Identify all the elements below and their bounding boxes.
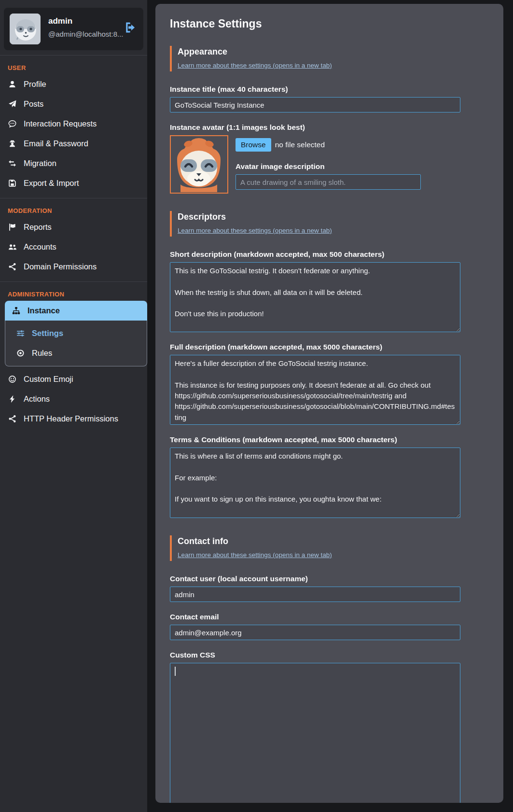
sidebar-item-label: Profile — [24, 80, 46, 89]
divider — [0, 198, 147, 198]
bolt-icon — [8, 395, 17, 403]
sidebar-item-label: Email & Password — [24, 139, 88, 148]
sloth-avatar-gray — [10, 14, 41, 44]
full-description-label: Full description (markdown accepted, max… — [170, 343, 460, 351]
divider — [0, 55, 147, 56]
sidebar-item-label: Reports — [24, 223, 52, 232]
sidebar-item-instance-settings[interactable]: Settings — [5, 323, 147, 343]
sitemap-icon — [12, 307, 21, 315]
sidebar-item-label: Actions — [24, 394, 50, 404]
section-title-contact: Contact info — [178, 536, 460, 546]
sidebar-section-moderation-label: MODERATION — [0, 203, 147, 217]
user-name: admin — [48, 16, 124, 26]
user-card: admin @admin@localhost:8... — [4, 8, 143, 50]
contact-email-label: Contact email — [170, 613, 460, 621]
sidebar-item-label: Interaction Requests — [24, 119, 97, 128]
logout-button[interactable] — [124, 21, 137, 34]
flag-icon — [8, 223, 17, 231]
instance-title-input[interactable] — [170, 97, 460, 112]
sidebar-section-administration-label: ADMINISTRATION — [0, 287, 147, 301]
instance-nav-group: Instance Settings Rules — [5, 301, 147, 366]
sign-out-icon — [124, 21, 137, 34]
sidebar-item-reports[interactable]: Reports — [0, 217, 147, 237]
contact-user-input[interactable] — [170, 587, 460, 602]
sidebar-item-instance-rules[interactable]: Rules — [5, 343, 147, 363]
sidebar-item-export-import[interactable]: Export & Import — [0, 173, 147, 193]
custom-css-textarea[interactable] — [170, 663, 460, 803]
sidebar-item-profile[interactable]: Profile — [0, 74, 147, 94]
sidebar-item-label: Instance — [28, 306, 60, 315]
sliders-icon — [16, 329, 25, 337]
sidebar-item-actions[interactable]: Actions — [0, 389, 147, 409]
users-icon — [8, 243, 17, 251]
sidebar-item-email-password[interactable]: Email & Password — [0, 134, 147, 154]
comment-dots-icon — [8, 120, 17, 128]
full-description-field: Full description (markdown accepted, max… — [170, 343, 460, 425]
sidebar-item-label: Migration — [24, 159, 56, 168]
sidebar-item-label: HTTP Header Permissions — [24, 414, 118, 423]
paper-plane-icon — [8, 100, 17, 108]
terms-textarea[interactable]: This is where a list of terms and condit… — [170, 448, 460, 518]
sidebar-item-migration[interactable]: Migration — [0, 154, 147, 173]
circle-dot-icon — [16, 349, 25, 357]
sidebar-item-http-header-permissions[interactable]: HTTP Header Permissions — [0, 409, 147, 429]
contact-user-field: Contact user (local account username) — [170, 574, 460, 602]
terms-label: Terms & Conditions (markdown accepted, m… — [170, 435, 460, 444]
descriptors-docs-link[interactable]: Learn more about these settings (opens i… — [178, 227, 332, 234]
sidebar-item-domain-permissions[interactable]: Domain Permissions — [0, 257, 147, 277]
sidebar-item-interaction-requests[interactable]: Interaction Requests — [0, 114, 147, 134]
instance-avatar-label: Instance avatar (1:1 images look best) — [170, 123, 460, 132]
browse-button[interactable]: Browse — [236, 138, 271, 152]
sidebar: admin @admin@localhost:8... USER Profile — [0, 0, 147, 812]
sidebar-section-user-label: USER — [0, 60, 147, 74]
avatar-description-input[interactable] — [236, 174, 421, 190]
section-contact-header: Contact info Learn more about these sett… — [170, 535, 460, 561]
file-status-text: no file selected — [275, 140, 325, 149]
sidebar-item-instance[interactable]: Instance — [5, 301, 147, 321]
divider — [0, 281, 147, 282]
user-avatar — [10, 14, 41, 44]
share-nodes-icon — [8, 263, 17, 271]
user-meta: admin @admin@localhost:8... — [48, 14, 124, 38]
sidebar-item-label: Settings — [32, 329, 63, 338]
short-description-field: Short description (markdown accepted, ma… — [170, 250, 460, 332]
user-icon — [8, 80, 17, 88]
sidebar-item-accounts[interactable]: Accounts — [0, 237, 147, 257]
contact-email-field: Contact email — [170, 613, 460, 640]
sloth-avatar-orange — [171, 136, 227, 192]
section-appearance-header: Appearance Learn more about these settin… — [170, 46, 460, 71]
custom-css-label: Custom CSS — [170, 651, 460, 659]
sidebar-item-label: Accounts — [24, 242, 56, 252]
section-title-appearance: Appearance — [178, 47, 460, 57]
sidebar-item-label: Export & Import — [24, 179, 79, 188]
main-panel: Instance Settings Appearance Learn more … — [155, 4, 503, 803]
share-nodes-icon — [8, 415, 17, 423]
terms-field: Terms & Conditions (markdown accepted, m… — [170, 435, 460, 518]
avatar-description-label: Avatar image description — [236, 162, 421, 171]
floppy-disk-icon — [8, 179, 17, 187]
section-descriptors-header: Descriptors Learn more about these setti… — [170, 211, 460, 237]
instance-avatar-field: Instance avatar (1:1 images look best) — [170, 123, 460, 194]
face-smile-icon — [8, 375, 17, 383]
app-layout: admin @admin@localhost:8... USER Profile — [0, 0, 513, 812]
short-description-textarea[interactable]: This is the GoToSocial testrig. It doesn… — [170, 262, 460, 332]
appearance-docs-link[interactable]: Learn more about these settings (opens i… — [178, 62, 332, 69]
sidebar-item-label: Rules — [32, 349, 52, 358]
sidebar-item-posts[interactable]: Posts — [0, 94, 147, 114]
short-description-label: Short description (markdown accepted, ma… — [170, 250, 460, 259]
section-title-descriptors: Descriptors — [178, 212, 460, 222]
arrows-left-right-icon — [8, 159, 17, 168]
instance-title-field: Instance title (max 40 characters) — [170, 85, 460, 112]
contact-email-input[interactable] — [170, 625, 460, 640]
user-handle: @admin@localhost:8... — [48, 30, 124, 38]
instance-submenu: Settings Rules — [5, 321, 147, 366]
contact-docs-link[interactable]: Learn more about these settings (opens i… — [178, 551, 332, 559]
full-description-textarea[interactable]: Here's a fuller description of the GoToS… — [170, 355, 460, 425]
sidebar-item-label: Posts — [24, 99, 43, 109]
sidebar-item-label: Custom Emoji — [24, 375, 73, 384]
custom-css-field: Custom CSS — [170, 651, 460, 803]
user-secret-icon — [8, 140, 17, 148]
instance-title-label: Instance title (max 40 characters) — [170, 85, 460, 94]
sidebar-item-custom-emoji[interactable]: Custom Emoji — [0, 369, 147, 389]
instance-avatar-image — [170, 135, 228, 194]
